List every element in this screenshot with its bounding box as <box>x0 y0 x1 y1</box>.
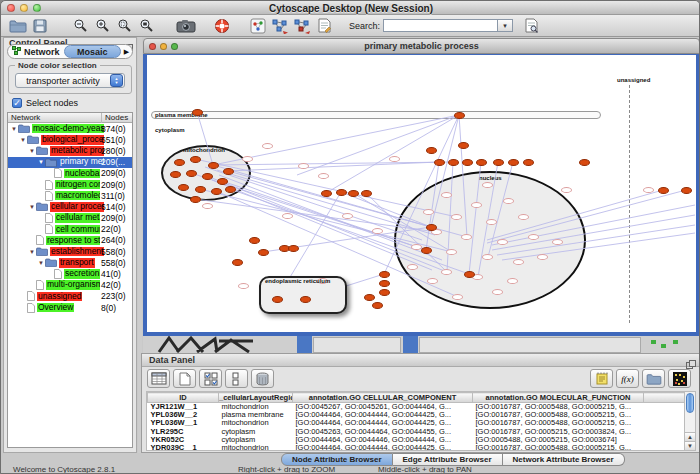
disclosure-triangle-icon[interactable]: ▼ <box>28 148 36 154</box>
node-color-dropdown[interactable]: transporter activity ▲▼ <box>15 73 125 88</box>
selected-network-node[interactable] <box>372 302 383 309</box>
disclosure-triangle-icon[interactable]: ▼ <box>19 137 27 143</box>
selected-network-node[interactable] <box>190 156 201 163</box>
network-node[interactable] <box>482 182 493 188</box>
table-row[interactable]: YKR052Ccytoplasm[GO:0044464, GO:0044446,… <box>148 436 690 444</box>
selected-network-node[interactable] <box>192 109 203 116</box>
search-input[interactable] <box>383 19 498 32</box>
network-node[interactable] <box>482 254 493 260</box>
disclosure-triangle-icon[interactable]: ▼ <box>37 260 45 266</box>
tree-row[interactable]: ▼biological_process651(0) <box>8 134 132 145</box>
network-node[interactable] <box>427 278 438 284</box>
selected-network-node[interactable] <box>217 178 228 185</box>
zoom-out-icon[interactable] <box>69 16 91 36</box>
table-row[interactable]: YJR121W__1mitochondrion[GO:0045267, GO:0… <box>148 403 690 412</box>
selected-network-node[interactable] <box>379 280 390 287</box>
tree-row[interactable]: macromolecule311(0) <box>8 190 132 201</box>
selected-network-node[interactable] <box>464 271 475 278</box>
frame-titlebar[interactable]: primary metabolic process <box>143 38 700 54</box>
selected-network-node[interactable] <box>336 189 347 196</box>
network-node[interactable] <box>282 213 293 219</box>
zoom-fit-icon[interactable] <box>135 16 157 36</box>
selected-network-node[interactable] <box>523 159 534 166</box>
network-node[interactable] <box>262 143 273 149</box>
delete-attribute-icon[interactable] <box>251 369 274 388</box>
selected-network-node[interactable] <box>361 190 372 197</box>
attribute-matrix-icon[interactable] <box>668 369 691 388</box>
network-node[interactable] <box>552 239 563 245</box>
selected-network-node[interactable] <box>321 190 332 197</box>
selected-network-node[interactable] <box>379 289 390 296</box>
selected-network-node[interactable] <box>364 294 375 301</box>
table-scrollbar[interactable]: ▲ ▼ <box>684 391 696 451</box>
selected-network-node[interactable] <box>462 159 473 166</box>
network-node[interactable] <box>372 228 383 234</box>
tree-row[interactable]: ▼transport558(0) <box>8 257 132 268</box>
table-row[interactable]: YPL036W__2plasma membrane[GO:0044464, GO… <box>148 411 690 419</box>
network-node[interactable] <box>242 156 253 162</box>
selected-network-node[interactable] <box>493 159 504 166</box>
network-node[interactable] <box>238 283 249 289</box>
selected-network-node[interactable] <box>272 296 283 303</box>
network-node[interactable] <box>423 209 434 215</box>
network-node[interactable] <box>342 213 353 219</box>
selected-network-node[interactable] <box>300 296 311 303</box>
network-canvas[interactable]: plasma membrane cytoplasm mitochondrion … <box>147 55 696 332</box>
function-builder-icon[interactable]: f(x) <box>616 369 639 388</box>
network-node[interactable] <box>492 289 503 295</box>
selected-network-node[interactable] <box>426 224 437 231</box>
network-node[interactable] <box>451 214 462 220</box>
network-node[interactable] <box>298 163 309 169</box>
table-column-header[interactable]: annotation.GO MOLECULAR_FUNCTION <box>473 393 644 403</box>
vizmapper-icon[interactable] <box>247 16 269 36</box>
selected-network-node[interactable] <box>211 188 222 195</box>
network-node[interactable] <box>537 254 548 260</box>
tree-row[interactable]: cell communicat22(0) <box>8 224 132 235</box>
table-row[interactable]: YDR039C__1mitochondrion[GO:0044464, GO:0… <box>148 444 690 451</box>
notes-icon[interactable] <box>590 369 613 388</box>
network-node[interactable] <box>202 203 213 209</box>
create-view-icon[interactable] <box>269 16 291 36</box>
tree-row[interactable]: nitrogen compo209(0) <box>8 179 132 190</box>
tree-row[interactable]: nucleobase-209(0) <box>8 168 132 179</box>
selected-network-node[interactable] <box>225 186 236 193</box>
network-node[interactable] <box>407 264 418 270</box>
tree-row[interactable]: secretion41(0) <box>8 268 132 279</box>
selected-network-node[interactable] <box>454 112 465 119</box>
selected-network-node[interactable] <box>421 247 432 254</box>
scroll-down-icon[interactable]: ▼ <box>685 441 695 450</box>
save-icon[interactable] <box>29 16 51 36</box>
advanced-search-icon[interactable] <box>521 16 543 36</box>
open-icon[interactable] <box>7 16 29 36</box>
tree-row[interactable]: response to stimul264(0) <box>8 235 132 246</box>
selected-network-node[interactable] <box>223 168 234 175</box>
new-attribute-icon[interactable] <box>173 369 196 388</box>
selected-network-node[interactable] <box>476 159 487 166</box>
tree-row[interactable]: Overview8(0) <box>8 302 132 313</box>
tab-overflow-arrow[interactable]: ▶ <box>121 45 132 58</box>
network-node[interactable] <box>471 202 482 208</box>
selected-network-node[interactable] <box>178 184 189 191</box>
tree-row[interactable]: cellular metabo209(0) <box>8 213 132 224</box>
help-ring-icon[interactable] <box>211 16 233 36</box>
tree-row[interactable]: multi-organism pro42(0) <box>8 280 132 291</box>
tree-row[interactable]: ▼primary metabo209(... <box>8 157 132 168</box>
tree-row[interactable]: unassigned223(0) <box>8 291 132 302</box>
tree-row[interactable]: ▼cellular process614(0) <box>8 201 132 212</box>
scrollbar-thumb[interactable] <box>686 393 694 413</box>
zoom-selected-icon[interactable] <box>113 16 135 36</box>
table-settings-icon[interactable] <box>147 369 170 388</box>
selected-network-node[interactable] <box>258 249 269 256</box>
network-node[interactable] <box>389 156 400 162</box>
disclosure-triangle-icon[interactable]: ▼ <box>28 204 36 210</box>
selected-network-node[interactable] <box>249 237 260 244</box>
tree-row[interactable]: ▼establishment of lo558(0) <box>8 246 132 257</box>
search-dropdown-button[interactable]: ▾ <box>498 19 513 32</box>
network-node[interactable] <box>507 278 518 284</box>
selected-network-node[interactable] <box>681 187 692 194</box>
network-node[interactable] <box>518 214 529 220</box>
selected-network-node[interactable] <box>170 171 181 178</box>
disclosure-triangle-icon[interactable]: ▼ <box>37 159 45 165</box>
table-row[interactable]: YPL036W__1mitochondrion[GO:0044464, GO:0… <box>148 419 690 427</box>
network-node[interactable] <box>561 187 572 193</box>
